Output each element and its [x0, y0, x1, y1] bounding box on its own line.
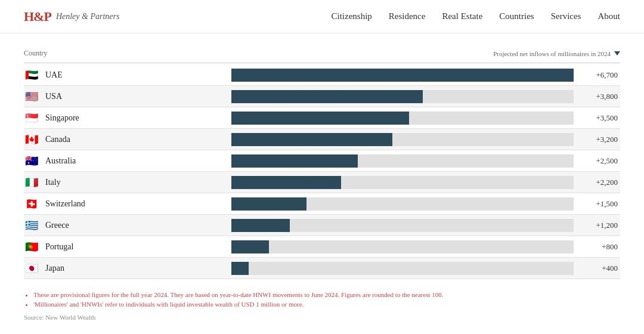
bar-background: [231, 112, 574, 125]
nav-item-countries[interactable]: Countries: [499, 11, 534, 21]
value-cell: +3,800: [578, 92, 620, 101]
sort-arrow-icon[interactable]: [614, 51, 620, 55]
value-cell: +3,500: [578, 113, 620, 123]
table-row: 🇵🇹 Portugal +800: [24, 236, 620, 258]
country-name: Italy: [45, 178, 61, 187]
country-cell: 🇦🇺 Australia: [24, 151, 227, 171]
value-cell: +800: [578, 242, 620, 252]
country-name: Singapore: [45, 113, 79, 123]
country-cell: 🇨🇭 Switzerland: [24, 194, 227, 214]
country-cell: 🇨🇦 Canada: [24, 129, 227, 150]
bar-cell: [227, 90, 578, 103]
bar-fill: [231, 219, 290, 232]
country-name: USA: [45, 92, 62, 101]
bar-fill: [231, 112, 409, 125]
value-cell: +6,700: [578, 70, 620, 80]
table-row: 🇦🇺 Australia +2,500: [24, 150, 620, 172]
value-cell: +1,200: [578, 221, 620, 230]
flag-icon: 🇸🇬: [24, 110, 39, 126]
country-name: Greece: [45, 221, 69, 230]
footnote-list: These are provisional figures for the fu…: [24, 291, 620, 308]
bar-cell: [227, 176, 578, 189]
table-row: 🇸🇬 Singapore +3,500: [24, 107, 620, 129]
nav-item-services[interactable]: Services: [551, 11, 581, 21]
value-cell: +400: [578, 264, 620, 273]
bar-cell: [227, 219, 578, 232]
flag-icon: 🇦🇪: [24, 67, 39, 83]
logo: H&P Henley & Partners: [24, 9, 119, 24]
country-cell: 🇸🇬 Singapore: [24, 108, 227, 128]
flag-icon: 🇬🇷: [24, 218, 39, 233]
flag-icon: 🇯🇵: [24, 261, 39, 276]
table-row: 🇮🇹 Italy +2,200: [24, 172, 620, 193]
country-name: Canada: [45, 135, 70, 144]
col-country-label: Country: [24, 49, 227, 58]
table-header: Country Projected net inflows of million…: [24, 45, 620, 63]
source-text: Source: New World Wealth: [24, 314, 620, 321]
nav-item-residence[interactable]: Residence: [389, 11, 426, 21]
bar-background: [231, 262, 574, 275]
value-cell: +2,500: [578, 156, 620, 166]
bar-background: [231, 176, 574, 189]
bar-cell: [227, 112, 578, 125]
country-name: Switzerland: [45, 199, 85, 209]
bar-fill: [231, 133, 392, 146]
bar-cell: [227, 154, 578, 168]
nav-item-about[interactable]: About: [598, 11, 621, 21]
bar-fill: [231, 154, 358, 168]
country-cell: 🇯🇵 Japan: [24, 258, 227, 279]
country-name: Australia: [45, 156, 76, 166]
nav-item-citizenship[interactable]: Citizenship: [331, 11, 371, 21]
bar-cell: [227, 240, 578, 253]
footnote-item: These are provisional figures for the fu…: [33, 291, 620, 298]
bar-fill: [231, 240, 269, 253]
bar-fill: [231, 69, 574, 82]
bar-background: [231, 90, 574, 103]
bar-fill: [231, 176, 341, 189]
main-nav: CitizenshipResidenceReal EstateCountries…: [331, 11, 620, 21]
bar-background: [231, 133, 574, 146]
bar-cell: [227, 133, 578, 146]
country-cell: 🇵🇹 Portugal: [24, 237, 227, 257]
bar-fill: [231, 197, 306, 211]
bar-background: [231, 197, 574, 211]
site-header: H&P Henley & Partners CitizenshipResiden…: [0, 0, 644, 33]
bar-cell: [227, 197, 578, 211]
bar-fill: [231, 262, 249, 275]
table-row: 🇦🇪 UAE +6,700: [24, 64, 620, 86]
table-row: 🇺🇸 USA +3,800: [24, 86, 620, 107]
country-name: Japan: [45, 264, 64, 273]
chart-rows: 🇦🇪 UAE +6,700 🇺🇸 USA +3,800: [24, 64, 620, 279]
bar-cell: [227, 262, 578, 275]
country-cell: 🇬🇷 Greece: [24, 215, 227, 236]
bar-background: [231, 240, 574, 253]
bar-background: [231, 69, 574, 82]
value-cell: +2,200: [578, 178, 620, 187]
footnote-text: 'Millionaires' and 'HNWIs' refer to indi…: [33, 301, 304, 308]
bar-background: [231, 154, 574, 168]
flag-icon: 🇮🇹: [24, 175, 39, 190]
country-cell: 🇮🇹 Italy: [24, 172, 227, 193]
table-row: 🇯🇵 Japan +400: [24, 258, 620, 279]
footnote-item: 'Millionaires' and 'HNWIs' refer to indi…: [33, 301, 620, 308]
col-chart-text: Projected net inflows of millionaires in…: [493, 50, 611, 57]
value-cell: +1,500: [578, 199, 620, 209]
flag-icon: 🇦🇺: [24, 153, 39, 169]
flag-icon: 🇵🇹: [24, 239, 39, 255]
footnote-text: These are provisional figures for the fu…: [33, 291, 443, 298]
country-cell: 🇺🇸 USA: [24, 86, 227, 107]
main-content: Country Projected net inflows of million…: [0, 33, 644, 334]
bar-fill: [231, 90, 423, 103]
nav-item-real-estate[interactable]: Real Estate: [442, 11, 482, 21]
flag-icon: 🇨🇦: [24, 132, 39, 147]
table-row: 🇬🇷 Greece +1,200: [24, 215, 620, 236]
country-cell: 🇦🇪 UAE: [24, 65, 227, 85]
flag-icon: 🇺🇸: [24, 89, 39, 104]
logo-mark: H&P: [24, 9, 51, 24]
logo-text: Henley & Partners: [56, 12, 120, 21]
bar-cell: [227, 69, 578, 82]
flag-icon: 🇨🇭: [24, 196, 39, 212]
country-name: UAE: [45, 70, 63, 80]
value-cell: +3,200: [578, 135, 620, 144]
col-chart-label: Projected net inflows of millionaires in…: [227, 50, 620, 57]
